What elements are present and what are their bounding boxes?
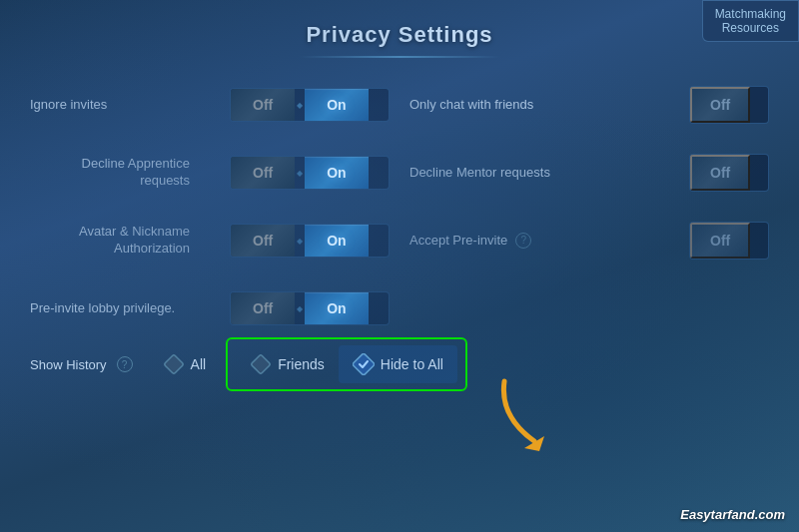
accept-pre-invite-toggle[interactable]: Off — [689, 222, 769, 260]
decline-apprentice-toggle[interactable]: Off ◆ On — [230, 156, 390, 190]
left-settings-column: Ignore invites Off ◆ On Decline Apprenti… — [30, 78, 390, 335]
ignore-invites-label: Ignore invites — [30, 97, 107, 114]
avatar-nickname-toggle[interactable]: Off ◆ On — [230, 224, 390, 258]
pre-invite-lobby-row: Pre-invite lobby privilege. Off ◆ On — [30, 281, 390, 335]
settings-grid: Ignore invites Off ◆ On Decline Apprenti… — [0, 78, 799, 335]
attribution-text: Easytarfand.com — [680, 507, 785, 522]
accept-pre-invite-help-icon[interactable]: ? — [515, 233, 531, 249]
accept-pre-invite-row: Accept Pre-invite ? Off — [409, 214, 769, 267]
ignore-invites-off-btn[interactable]: Off — [231, 89, 295, 121]
arrow-svg — [489, 376, 559, 456]
show-history-hide-all-label: Hide to All — [381, 356, 443, 372]
ignore-invites-on-btn[interactable]: On — [305, 89, 368, 121]
show-history-all-option[interactable]: All — [149, 345, 221, 383]
decline-mentor-label: Decline Mentor requests — [409, 165, 550, 182]
hide-all-diamond-icon — [353, 353, 375, 375]
decline-apprentice-on-btn[interactable]: On — [305, 157, 368, 189]
ignore-invites-toggle[interactable]: Off ◆ On — [230, 88, 390, 122]
svg-rect-1 — [251, 354, 271, 374]
svg-marker-3 — [524, 436, 544, 451]
friends-diamond-icon — [250, 353, 272, 375]
show-history-text: Show History — [30, 357, 107, 372]
avatar-nickname-on-btn[interactable]: On — [305, 225, 368, 257]
show-history-hide-all-option[interactable]: Hide to All — [339, 345, 457, 383]
pre-invite-lobby-toggle[interactable]: Off ◆ On — [230, 291, 390, 325]
show-history-label: Show History ? — [30, 356, 133, 372]
toggle-diamond-4: ◆ — [295, 304, 305, 313]
decline-mentor-off-btn[interactable]: Off — [690, 155, 750, 191]
decline-apprentice-row: Decline Apprentice requests Off ◆ On — [30, 146, 390, 200]
avatar-nickname-label: Avatar & Nickname Authorization — [30, 224, 190, 258]
right-settings-column: Only chat with friends Off Decline Mento… — [409, 78, 769, 335]
title-divider — [300, 56, 499, 58]
show-history-friends-label: Friends — [278, 356, 325, 372]
svg-rect-2 — [353, 353, 375, 375]
only-chat-off-btn[interactable]: Off — [690, 87, 750, 123]
matchmaking-badge: Matchmaking Resources — [702, 0, 799, 42]
toggle-diamond-3: ◆ — [295, 237, 305, 246]
only-chat-toggle[interactable]: Off — [689, 86, 769, 124]
accept-pre-invite-off-btn[interactable]: Off — [690, 223, 750, 259]
show-history-all-label: All — [191, 356, 207, 372]
decline-apprentice-label: Decline Apprentice requests — [30, 156, 190, 190]
show-history-friends-option[interactable]: Friends — [236, 345, 339, 383]
show-history-help-icon[interactable]: ? — [117, 356, 133, 372]
pre-invite-lobby-label: Pre-invite lobby privilege. — [30, 300, 175, 317]
avatar-nickname-off-btn[interactable]: Off — [231, 225, 295, 257]
pre-invite-lobby-on-btn[interactable]: On — [305, 292, 368, 324]
svg-rect-0 — [164, 354, 184, 374]
page-title: Privacy Settings — [0, 0, 799, 56]
only-chat-row: Only chat with friends Off — [409, 78, 769, 132]
all-diamond-icon — [163, 353, 185, 375]
toggle-diamond-1: ◆ — [295, 101, 305, 110]
decline-mentor-toggle[interactable]: Off — [689, 154, 769, 192]
all-diamond-svg — [163, 353, 185, 375]
decline-apprentice-off-btn[interactable]: Off — [231, 157, 295, 189]
show-history-section: Show History ? All Friends — [0, 345, 799, 383]
friends-hide-container: Friends Hide to All — [236, 345, 457, 383]
toggle-diamond-2: ◆ — [295, 169, 305, 178]
ignore-invites-row: Ignore invites Off ◆ On — [30, 78, 390, 132]
only-chat-label: Only chat with friends — [409, 97, 533, 114]
friends-diamond-svg — [250, 353, 272, 375]
pre-invite-lobby-off-btn[interactable]: Off — [231, 292, 295, 324]
accept-pre-invite-label: Accept Pre-invite ? — [409, 233, 531, 250]
accept-pre-invite-text: Accept Pre-invite — [409, 233, 507, 250]
right-empty-row — [409, 281, 769, 335]
avatar-nickname-row: Avatar & Nickname Authorization Off ◆ On — [30, 214, 390, 267]
hide-all-diamond-svg — [353, 353, 375, 375]
arrow-indicator — [489, 376, 559, 460]
decline-mentor-row: Decline Mentor requests Off — [409, 146, 769, 200]
